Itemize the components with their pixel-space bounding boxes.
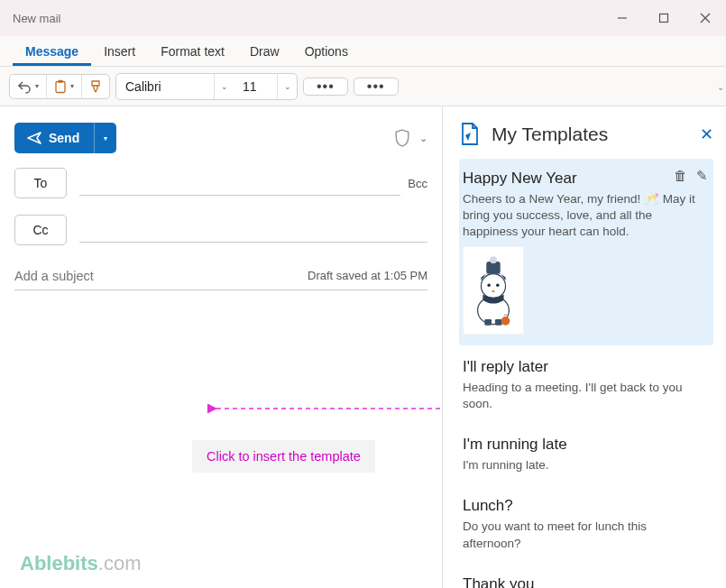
send-dropdown[interactable]: ▾ <box>94 123 116 153</box>
font-name: Calibri <box>116 79 214 94</box>
shield-icon[interactable] <box>394 129 410 147</box>
template-preview: I'm running late. <box>463 457 704 473</box>
template-preview: Heading to a meeting. I'll get back to y… <box>463 380 704 412</box>
svg-rect-4 <box>56 81 65 92</box>
chevron-down-icon[interactable]: ⌄ <box>419 133 427 144</box>
svg-rect-14 <box>495 319 502 326</box>
template-title: I'm running late <box>463 436 704 454</box>
close-button[interactable] <box>685 0 726 36</box>
compose-area: Send ▾ ⌄ To Bcc Cc Draft saved at 1:05 P… <box>0 106 442 588</box>
template-item[interactable]: I'll reply later Heading to a meeting. I… <box>459 347 713 423</box>
chevron-down-icon: ▾ <box>35 82 39 90</box>
template-item[interactable]: Lunch? Do you want to meet for lunch thi… <box>459 486 713 562</box>
font-selector[interactable]: Calibri ⌄ 11 ⌄ <box>115 73 298 100</box>
template-item[interactable]: I'm running late I'm running late. <box>459 425 713 484</box>
tab-options[interactable]: Options <box>292 39 361 66</box>
send-label: Send <box>49 131 79 145</box>
template-title: Lunch? <box>463 497 704 515</box>
tab-draw[interactable]: Draw <box>237 39 292 66</box>
subject-input[interactable] <box>14 269 308 283</box>
window-title: New mail <box>13 12 60 25</box>
template-thumbnail <box>463 246 524 335</box>
template-item[interactable]: Thank you Thank you for your interest in… <box>459 565 713 588</box>
send-icon <box>27 132 41 144</box>
svg-point-11 <box>487 283 490 286</box>
more-options[interactable]: ••• <box>354 78 399 96</box>
svg-rect-1 <box>660 14 668 23</box>
annotation-label: Click to insert the template <box>192 440 375 473</box>
chevron-down-icon: ▾ <box>70 82 74 90</box>
template-preview: Do you want to meet for lunch this after… <box>463 519 704 551</box>
templates-icon <box>459 123 479 146</box>
tab-format-text[interactable]: Format text <box>148 39 237 66</box>
clipboard-button[interactable]: ▾ <box>46 75 81 98</box>
bcc-button[interactable]: Bcc <box>408 177 427 190</box>
undo-button[interactable]: ▾ <box>10 75 46 98</box>
panel-title: My Templates <box>492 124 608 145</box>
delete-icon[interactable]: 🗑 <box>674 168 687 184</box>
ribbon-collapse-icon[interactable]: ⌄ <box>717 81 724 91</box>
ribbon-tabs: Message Insert Format text Draw Options <box>0 36 726 67</box>
tab-message[interactable]: Message <box>13 39 91 66</box>
cc-input[interactable] <box>79 217 427 243</box>
undo-group: ▾ ▾ <box>9 74 110 99</box>
svg-point-12 <box>496 283 499 286</box>
font-size: 11 <box>234 79 277 94</box>
template-preview: Cheers to a New Year, my friend! 🥂 May i… <box>463 191 704 241</box>
template-title: Thank you <box>463 575 704 588</box>
chevron-down-icon: ⌄ <box>214 74 234 99</box>
maximize-button[interactable] <box>643 0 685 36</box>
format-painter-button[interactable] <box>81 75 109 98</box>
template-title: Happy New Year <box>463 170 704 188</box>
template-title: I'll reply later <box>463 358 704 376</box>
window-titlebar: New mail <box>0 0 726 36</box>
brand-logo: Ablebits.com <box>20 552 141 575</box>
svg-rect-5 <box>59 79 63 82</box>
draft-status: Draft saved at 1:05 PM <box>308 269 427 282</box>
annotation-arrow <box>207 400 442 418</box>
tab-insert[interactable]: Insert <box>91 39 148 66</box>
more-formatting[interactable]: ••• <box>303 78 348 96</box>
to-input[interactable] <box>79 170 400 196</box>
svg-point-15 <box>501 317 510 326</box>
template-item[interactable]: 🗑 ✎ Happy New Year Cheers to a New Year,… <box>459 159 713 345</box>
templates-panel: My Templates ✕ 🗑 ✎ Happy New Year Cheers… <box>442 106 726 588</box>
cc-button[interactable]: Cc <box>14 215 67 245</box>
toolbar: ▾ ▾ Calibri ⌄ 11 ⌄ ••• ••• ⌄ <box>0 67 726 106</box>
svg-point-10 <box>490 256 497 263</box>
svg-rect-13 <box>484 319 492 326</box>
edit-icon[interactable]: ✎ <box>696 168 708 184</box>
chevron-down-icon: ⌄ <box>277 74 297 99</box>
to-button[interactable]: To <box>14 168 67 198</box>
svg-point-8 <box>481 273 505 298</box>
svg-rect-9 <box>486 262 500 274</box>
minimize-button[interactable] <box>602 0 643 36</box>
send-button[interactable]: Send ▾ <box>14 123 116 153</box>
panel-close-button[interactable]: ✕ <box>700 124 713 144</box>
